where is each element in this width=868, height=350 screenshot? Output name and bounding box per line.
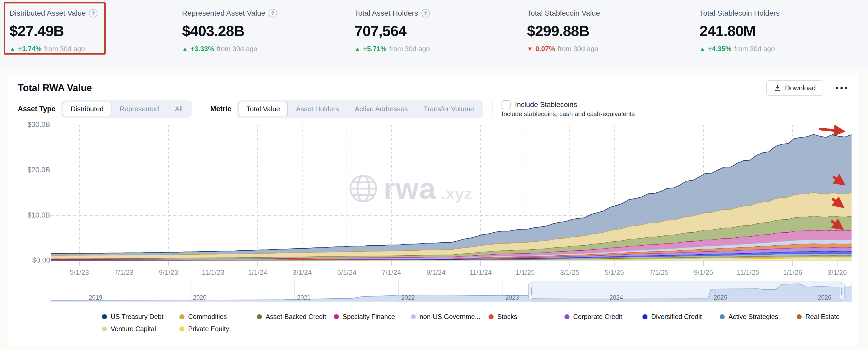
x-axis-tick-label: 5/1/23: [57, 269, 102, 277]
legend-swatch: [564, 314, 569, 319]
legend-label: Private Equity: [188, 325, 229, 333]
metric-label: Metric: [210, 105, 231, 113]
x-axis-tick-label: 7/1/24: [369, 269, 414, 277]
metric-option-transfer-volume[interactable]: Transfer Volume: [416, 102, 482, 116]
stat-delta: ▲ +3.33% from 30d ago: [182, 45, 345, 53]
total-rwa-value-card: Total RWA Value Download Asset Type Dist…: [8, 74, 860, 346]
legend-item-active-strategies[interactable]: Active Strategies: [720, 313, 778, 321]
stat-card-total-stablecoin-holders: Total Stablecoin Holders 241.80M ▲ +4.35…: [690, 0, 862, 68]
legend-item-private-equity[interactable]: Private Equity: [179, 325, 229, 333]
legend-label: Active Strategies: [728, 313, 778, 321]
include-stablecoins-label: Include Stablecoins: [515, 101, 577, 109]
stat-value: $299.88B: [527, 22, 690, 39]
x-axis-tick-label: 3/1/26: [815, 269, 860, 277]
include-stablecoins-toggle: Include Stablecoins Include stablecoins,…: [501, 100, 635, 118]
x-axis-tick-label: 1/1/24: [235, 269, 280, 277]
legend-label: Real Estate: [805, 313, 840, 321]
stat-label: Total Stablecoin Value: [527, 9, 600, 18]
x-axis-tick-label: 9/1/24: [413, 269, 459, 277]
legend-swatch: [102, 314, 107, 319]
x-axis-tick-label: 9/1/23: [146, 269, 191, 277]
brush-year-label: 2019: [89, 294, 102, 301]
chart-title: Total RWA Value: [18, 82, 92, 94]
legend-item-real-estate[interactable]: Real Estate: [797, 313, 840, 321]
brush-handle-right[interactable]: [840, 284, 844, 299]
x-axis-tick-label: 7/1/25: [636, 269, 681, 277]
legend-swatch: [489, 314, 494, 319]
triangle-up-icon: ▲: [700, 45, 705, 53]
brush-year-label: 2021: [297, 294, 310, 301]
triangle-up-icon: ▲: [354, 45, 360, 53]
help-icon[interactable]: ?: [422, 9, 430, 18]
y-axis-tick-label: $0.00: [11, 256, 50, 265]
brush-year-label: 2024: [610, 294, 623, 301]
stat-label: Total Asset Holders: [354, 9, 418, 18]
legend-label: non-US Governme...: [420, 313, 480, 321]
stat-label: Distributed Asset Value: [9, 9, 86, 18]
help-icon[interactable]: ?: [89, 9, 97, 18]
brush-handle-left[interactable]: [529, 284, 533, 299]
x-axis-tick-label: 11/1/25: [725, 269, 771, 277]
legend-item-asset-backed-credit[interactable]: Asset-Backed Credit: [257, 313, 326, 321]
brush-year-label: 2023: [505, 294, 519, 301]
x-axis-tick-label: 3/1/24: [280, 269, 325, 277]
time-range-brush[interactable]: 20192020202120222023202420252026: [51, 281, 851, 303]
stat-value: $27.49B: [9, 22, 173, 39]
x-axis-tick-label: 7/1/23: [101, 269, 147, 277]
stacked-area-chart[interactable]: [51, 125, 851, 268]
legend-item-us-treasury-debt[interactable]: US Treasury Debt: [102, 313, 163, 321]
brush-year-label: 2026: [818, 294, 831, 301]
stat-card-total-asset-holders: Total Asset Holders ? 707,564 ▲ +5.71% f…: [345, 0, 518, 68]
stat-delta: ▲ +1.74% from 30d ago: [9, 45, 173, 53]
asset-type-option-all[interactable]: All: [167, 102, 190, 116]
include-stablecoins-checkbox[interactable]: [501, 100, 510, 109]
x-axis-tick-label: 11/1/23: [190, 269, 236, 277]
rwa-dashboard: Distributed Asset Value ? $27.49B ▲ +1.7…: [0, 0, 868, 350]
metric-option-asset-holders[interactable]: Asset Holders: [288, 102, 347, 116]
legend-swatch: [102, 326, 107, 331]
help-icon[interactable]: ?: [269, 9, 277, 18]
legend-item-venture-capital[interactable]: Venture Capital: [102, 325, 156, 333]
stat-delta: ▼ 0.07% from 30d ago: [527, 45, 690, 53]
triangle-down-icon: ▼: [527, 45, 533, 53]
x-axis-tick-label: 5/1/24: [324, 269, 369, 277]
y-axis-tick-label: $30.0B: [11, 120, 50, 129]
x-axis-tick-label: 9/1/25: [681, 269, 726, 277]
stat-card-distributed-asset-value: Distributed Asset Value ? $27.49B ▲ +1.7…: [0, 0, 173, 68]
x-axis-tick-label: 1/1/25: [503, 269, 548, 277]
more-options-button[interactable]: [833, 84, 850, 92]
metric-option-active-addresses[interactable]: Active Addresses: [347, 102, 415, 116]
triangle-up-icon: ▲: [9, 45, 16, 53]
legend-label: Stocks: [497, 313, 517, 321]
y-axis-tick-label: $10.0B: [11, 211, 50, 219]
ellipsis-icon: [836, 87, 838, 89]
stat-value: $403.28B: [182, 22, 345, 39]
legend-label: US Treasury Debt: [111, 313, 163, 321]
legend-label: Commodities: [188, 313, 227, 321]
divider: [201, 100, 201, 118]
stat-delta: ▲ +5.71% from 30d ago: [354, 45, 518, 53]
stat-label: Total Stablecoin Holders: [700, 9, 780, 18]
legend-item-corporate-credit[interactable]: Corporate Credit: [564, 313, 622, 321]
download-icon: [774, 84, 781, 92]
asset-type-label: Asset Type: [18, 105, 56, 113]
legend-item-diversified-credit[interactable]: Diversified Credit: [643, 313, 702, 321]
legend-item-stocks[interactable]: Stocks: [489, 313, 517, 321]
include-stablecoins-description: Include stablecoins, cash and cash-equiv…: [501, 110, 635, 118]
download-button[interactable]: Download: [766, 80, 823, 96]
asset-type-option-distributed[interactable]: Distributed: [63, 102, 112, 116]
legend-item-non-us-governme[interactable]: non-US Governme...: [411, 313, 480, 321]
legend-swatch: [720, 314, 725, 319]
legend-label: Diversified Credit: [651, 313, 702, 321]
legend-swatch: [411, 314, 416, 319]
asset-type-option-represented[interactable]: Represented: [112, 102, 167, 116]
stat-card-represented-asset-value: Represented Asset Value ? $403.28B ▲ +3.…: [173, 0, 345, 68]
legend-item-commodities[interactable]: Commodities: [179, 313, 227, 321]
stat-value: 241.80M: [700, 22, 862, 39]
triangle-up-icon: ▲: [182, 45, 188, 53]
metric-option-total-value[interactable]: Total Value: [239, 102, 288, 116]
legend-item-specialty-finance[interactable]: Specialty Finance: [334, 313, 395, 321]
legend-label: Corporate Credit: [573, 313, 622, 321]
asset-type-segmented-control: Distributed Represented All: [61, 100, 192, 118]
stat-label: Represented Asset Value: [182, 9, 266, 18]
